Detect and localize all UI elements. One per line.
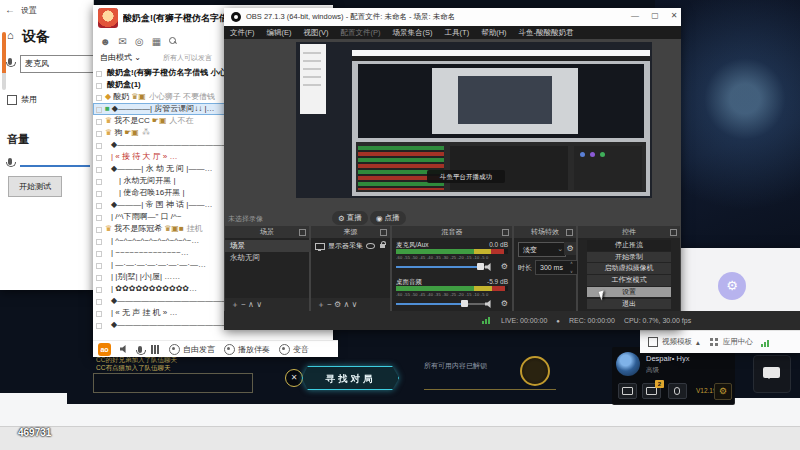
menu-item[interactable]: 斗鱼-酸酸酸奶君	[513, 28, 580, 38]
tree-bullet-icon[interactable]	[96, 251, 102, 257]
tree-bullet-icon[interactable]	[96, 95, 102, 101]
menu-item[interactable]: 场景集合(S)	[387, 28, 439, 38]
lock-icon[interactable]	[380, 244, 385, 248]
gear-icon[interactable]: ⚙	[501, 262, 508, 271]
tree-bullet-icon[interactable]	[96, 203, 102, 209]
tree-bullet-icon[interactable]	[96, 119, 102, 125]
control-button[interactable]: 停止推流	[587, 240, 671, 251]
search-icon[interactable]	[169, 37, 177, 45]
scenes-toolbar[interactable]: ＋ − ∧ ∨	[225, 298, 309, 311]
tree-bullet-icon[interactable]	[96, 215, 102, 221]
mixer-header[interactable]: 混音器	[392, 226, 512, 238]
scene-item[interactable]: 永劫无间	[225, 252, 314, 264]
free-talk-button[interactable]: 自由发言	[169, 344, 215, 355]
vod-button[interactable]: ◉ 点播	[370, 211, 406, 225]
pin-icon[interactable]	[502, 229, 509, 236]
back-button[interactable]: ←	[5, 4, 15, 15]
speaker-icon[interactable]	[485, 263, 494, 271]
member-icon[interactable]: ☻	[100, 36, 111, 47]
tree-bullet-icon[interactable]	[96, 143, 102, 149]
find-match-banner[interactable]: 寻找对局	[302, 366, 399, 390]
control-button[interactable]: 开始录制	[587, 252, 671, 263]
transition-select[interactable]: 淡变	[518, 242, 566, 257]
tree-bullet-icon[interactable]	[96, 239, 102, 245]
menu-item[interactable]: 文件(F)	[224, 28, 261, 38]
live-button[interactable]: ⚙ 直播	[332, 211, 368, 225]
maximize-button[interactable]: ▢	[648, 11, 662, 20]
obs-titlebar[interactable]: OBS 27.1.3 (64-bit, windows) - 配置文件: 未命名…	[224, 8, 681, 26]
slider-handle[interactable]	[461, 300, 468, 307]
menu-item[interactable]: 配置文件(P)	[335, 28, 387, 38]
source-item[interactable]: 显示器采集	[311, 240, 394, 252]
duration-spinner[interactable]: 300 ms	[535, 260, 578, 275]
transition-gear-button[interactable]: ⚙	[564, 242, 576, 255]
party-button[interactable]: 2	[642, 383, 661, 399]
yy-logo[interactable]: ao	[98, 343, 111, 356]
speaker-icon[interactable]	[120, 345, 129, 353]
disable-checkbox[interactable]	[7, 95, 17, 105]
avatar[interactable]	[616, 352, 640, 376]
template-label[interactable]: 视频模板	[662, 337, 692, 347]
menu-item[interactable]: 工具(T)	[439, 28, 476, 38]
menu-item[interactable]: 帮助(H)	[475, 28, 512, 38]
cancel-match-button[interactable]: ✕	[285, 369, 303, 387]
chat-float-button[interactable]	[753, 355, 791, 393]
avatar-ring[interactable]	[520, 356, 550, 386]
pin-icon[interactable]	[380, 229, 387, 236]
gear-icon[interactable]: ⚙	[501, 299, 508, 308]
board-icon[interactable]: ▦	[152, 36, 161, 47]
voice-change-button[interactable]: 变音	[279, 344, 309, 355]
scrollbar[interactable]	[2, 32, 6, 90]
menu-item[interactable]: 视图(V)	[298, 28, 335, 38]
tree-bullet-icon[interactable]	[96, 191, 102, 197]
tree-bullet-icon[interactable]	[96, 311, 102, 317]
volume-slider[interactable]: ⚙	[396, 300, 508, 307]
control-button[interactable]: 工作室模式	[587, 275, 671, 286]
sources-header[interactable]: 来源	[311, 226, 390, 238]
tree-bullet-icon[interactable]	[96, 275, 102, 281]
mode-dropdown[interactable]: 自由模式 ⌄	[100, 52, 141, 63]
volume-slider[interactable]	[20, 165, 90, 167]
mic-icon[interactable]	[138, 346, 142, 353]
pin-icon[interactable]	[299, 229, 306, 236]
obs-preview[interactable]: 斗鱼平台开播成功	[296, 42, 652, 198]
avatar[interactable]	[98, 8, 118, 28]
mic-button[interactable]	[668, 383, 687, 399]
tree-bullet-icon[interactable]	[96, 131, 102, 137]
control-button[interactable]: 退出	[587, 299, 671, 310]
visibility-eye-icon[interactable]	[366, 243, 375, 249]
floating-gear-button[interactable]: ⚙	[718, 272, 746, 300]
tree-bullet-icon[interactable]	[96, 107, 102, 113]
template-caret[interactable]: ▴	[696, 338, 700, 347]
settings-gear-button[interactable]: ⚙	[714, 383, 732, 400]
scenes-header[interactable]: 场景	[225, 226, 309, 238]
tree-bullet-icon[interactable]	[96, 179, 102, 185]
play-music-button[interactable]: 播放伴奏	[224, 344, 270, 355]
tree-bullet-icon[interactable]	[96, 287, 102, 293]
tree-bullet-icon[interactable]	[96, 167, 102, 173]
controls-header[interactable]: 控件	[578, 226, 680, 238]
minimize-button[interactable]: —	[628, 11, 642, 20]
tree-bullet-icon[interactable]	[96, 83, 102, 89]
tree-bullet-icon[interactable]	[96, 263, 102, 269]
app-center-label[interactable]: 应用中心	[723, 337, 753, 347]
pin-icon[interactable]	[566, 229, 573, 236]
volume-slider[interactable]: ⚙	[396, 263, 508, 270]
tree-bullet-icon[interactable]	[96, 323, 102, 329]
speaker-icon[interactable]	[485, 300, 494, 308]
sources-toolbar[interactable]: ＋ − ⚙ ∧ ∨	[311, 298, 390, 311]
tree-bullet-icon[interactable]	[96, 155, 102, 161]
microphone-select[interactable]: 麦克风	[20, 55, 95, 73]
mixer-icon[interactable]	[151, 345, 160, 354]
chat-button[interactable]	[618, 383, 637, 399]
control-button[interactable]: 启动虚拟摄像机	[587, 263, 671, 274]
tree-bullet-icon[interactable]	[96, 71, 102, 77]
game-chat-input[interactable]	[93, 373, 253, 393]
pin-icon[interactable]	[670, 229, 677, 236]
close-button[interactable]: ✕	[667, 11, 681, 20]
scene-item[interactable]: 场景	[225, 240, 314, 252]
menu-item[interactable]: 编辑(E)	[261, 28, 298, 38]
slider-handle[interactable]	[477, 263, 484, 270]
tree-bullet-icon[interactable]	[96, 227, 102, 233]
location-icon[interactable]: ◎	[135, 36, 144, 47]
